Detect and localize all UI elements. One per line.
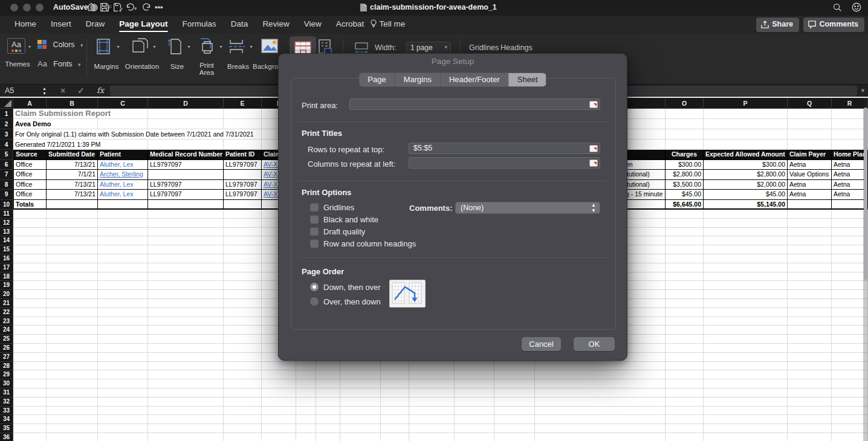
- ribbon-tab-formulas[interactable]: Formulas: [183, 16, 216, 31]
- ribbon-tab-view[interactable]: View: [304, 16, 322, 31]
- cell-A21[interactable]: [13, 299, 47, 308]
- ribbon-tab-review[interactable]: Review: [262, 16, 289, 31]
- cell-C25[interactable]: [98, 335, 148, 344]
- name-box-stepper[interactable]: ▲▼: [42, 85, 47, 96]
- cell-O27[interactable]: [666, 353, 704, 362]
- cell-B21[interactable]: [47, 299, 98, 308]
- close-window-button[interactable]: [10, 4, 18, 11]
- cell-D7[interactable]: [148, 170, 224, 180]
- cell-B36[interactable]: [47, 433, 98, 441]
- checkbox-icon[interactable]: [310, 203, 319, 211]
- cell-B23[interactable]: [47, 317, 98, 326]
- cell-N35[interactable]: [535, 424, 666, 433]
- cell-I31[interactable]: [340, 388, 381, 398]
- cell-R6[interactable]: Aetna: [832, 160, 868, 170]
- cell-D11[interactable]: [148, 210, 224, 219]
- cell-G29[interactable]: [296, 370, 316, 379]
- cell-F30[interactable]: [262, 379, 296, 388]
- cell-K32[interactable]: [409, 398, 455, 407]
- cell-R4[interactable]: [832, 140, 868, 150]
- cell-O35[interactable]: [666, 424, 704, 433]
- cell-O26[interactable]: [666, 344, 704, 353]
- cell-E4[interactable]: [224, 140, 262, 150]
- cell-Q26[interactable]: [788, 344, 832, 353]
- cell-P8[interactable]: $2,000.00: [704, 180, 788, 190]
- cell-J33[interactable]: [381, 407, 409, 416]
- cell-C8[interactable]: Aluther, Lex: [98, 180, 148, 190]
- cell-D33[interactable]: [148, 407, 224, 416]
- cell-P20[interactable]: [704, 290, 788, 299]
- cell-A19[interactable]: [13, 281, 47, 290]
- cell-O22[interactable]: [666, 308, 704, 317]
- cancel-entry-icon[interactable]: ×: [60, 86, 65, 95]
- column-header-Q[interactable]: Q: [788, 98, 832, 109]
- cell-K35[interactable]: [409, 424, 455, 433]
- checkbox-icon[interactable]: [310, 215, 319, 224]
- cell-B22[interactable]: [47, 308, 98, 317]
- cell-O21[interactable]: [666, 299, 704, 308]
- cell-D19[interactable]: [148, 281, 224, 290]
- cell-P1[interactable]: [704, 109, 788, 119]
- row-header-3[interactable]: 3: [0, 129, 13, 140]
- cell-C31[interactable]: [98, 388, 148, 398]
- cell-E25[interactable]: [224, 335, 262, 344]
- cell-C2[interactable]: [98, 119, 148, 129]
- cell-L32[interactable]: [455, 398, 494, 407]
- cell-C23[interactable]: [98, 317, 148, 326]
- cell-R10[interactable]: [832, 200, 868, 210]
- cell-E23[interactable]: [224, 317, 262, 326]
- cell-R18[interactable]: [832, 272, 868, 282]
- save-icon[interactable]: [99, 2, 111, 14]
- cell-O10[interactable]: $6,645.00: [666, 200, 704, 210]
- cell-R8[interactable]: Aetna: [832, 180, 868, 190]
- cell-C28[interactable]: [98, 362, 148, 371]
- cell-B29[interactable]: [47, 370, 98, 379]
- row-header-30[interactable]: 30: [0, 379, 13, 388]
- cell-O4[interactable]: [666, 140, 704, 150]
- cell-G30[interactable]: [296, 379, 316, 388]
- cell-D26[interactable]: [148, 344, 224, 353]
- cell-Q8[interactable]: Aetna: [788, 180, 832, 190]
- cell-O8[interactable]: $3,500.00: [666, 180, 704, 190]
- checkbox-icon[interactable]: [310, 227, 319, 236]
- cell-Q28[interactable]: [788, 362, 832, 371]
- cell-N29[interactable]: [535, 370, 666, 379]
- cell-E19[interactable]: [224, 281, 262, 290]
- cell-O29[interactable]: [666, 370, 704, 379]
- cell-P21[interactable]: [704, 299, 788, 308]
- cell-R28[interactable]: [832, 362, 868, 371]
- fonts-button[interactable]: Aa Fonts ▾: [37, 58, 81, 69]
- row-header-11[interactable]: 11: [0, 210, 13, 219]
- cell-K34[interactable]: [409, 415, 455, 424]
- cell-H34[interactable]: [316, 415, 340, 424]
- cell-P16[interactable]: [704, 254, 788, 263]
- cell-Q4[interactable]: [788, 140, 832, 150]
- cell-C7[interactable]: Archer, Sterling: [98, 170, 148, 180]
- cell-I33[interactable]: [340, 407, 381, 416]
- cell-L31[interactable]: [455, 388, 494, 398]
- cell-E9[interactable]: LL9797097: [224, 190, 262, 200]
- cell-M33[interactable]: [494, 407, 535, 416]
- cell-C34[interactable]: [98, 415, 148, 424]
- cell-M31[interactable]: [494, 388, 535, 398]
- cols-repeat-field[interactable]: [409, 157, 600, 169]
- cell-R31[interactable]: [832, 388, 868, 398]
- cell-F29[interactable]: [262, 370, 296, 379]
- cell-D21[interactable]: [148, 299, 224, 308]
- cell-E31[interactable]: [224, 388, 262, 398]
- range-picker-icon[interactable]: [589, 145, 598, 152]
- cell-C12[interactable]: [98, 219, 148, 228]
- cell-E7[interactable]: [224, 170, 262, 180]
- cell-M32[interactable]: [494, 398, 535, 407]
- cell-N36[interactable]: [535, 433, 666, 441]
- ribbon-tab-home[interactable]: Home: [15, 16, 36, 31]
- cell-O18[interactable]: [666, 272, 704, 282]
- row-header-25[interactable]: 25: [0, 335, 13, 344]
- cell-A30[interactable]: [13, 379, 47, 388]
- row-header-12[interactable]: 12: [0, 219, 13, 228]
- cell-R24[interactable]: [832, 326, 868, 335]
- cell-P6[interactable]: $300.00: [704, 160, 788, 170]
- cell-Q22[interactable]: [788, 308, 832, 317]
- cell-H35[interactable]: [316, 424, 340, 433]
- cell-R17[interactable]: [832, 263, 868, 272]
